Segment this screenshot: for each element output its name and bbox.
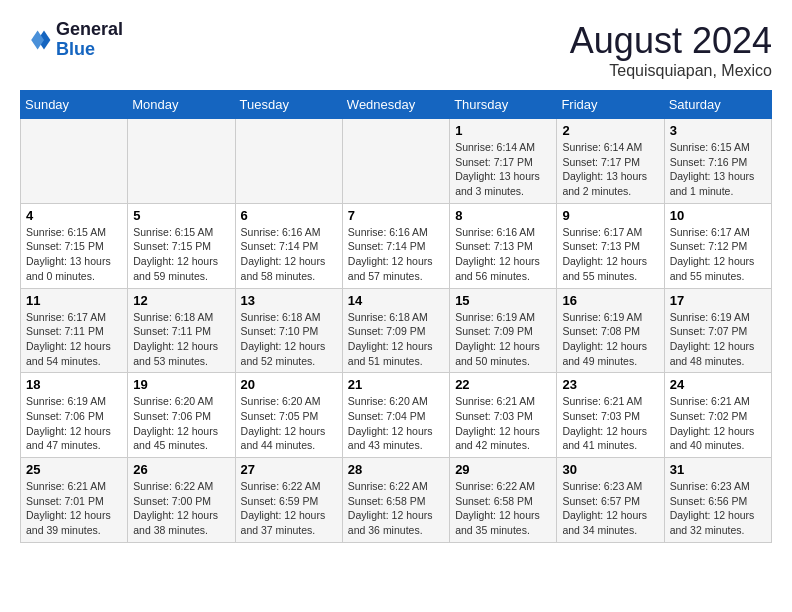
calendar-day-cell: 22Sunrise: 6:21 AM Sunset: 7:03 PM Dayli… (450, 373, 557, 458)
calendar-day-cell: 8Sunrise: 6:16 AM Sunset: 7:13 PM Daylig… (450, 203, 557, 288)
day-info: Sunrise: 6:21 AM Sunset: 7:01 PM Dayligh… (26, 479, 122, 538)
calendar-day-cell: 4Sunrise: 6:15 AM Sunset: 7:15 PM Daylig… (21, 203, 128, 288)
day-info: Sunrise: 6:21 AM Sunset: 7:03 PM Dayligh… (562, 394, 658, 453)
calendar-day-cell: 15Sunrise: 6:19 AM Sunset: 7:09 PM Dayli… (450, 288, 557, 373)
day-number: 23 (562, 377, 658, 392)
calendar-day-cell: 16Sunrise: 6:19 AM Sunset: 7:08 PM Dayli… (557, 288, 664, 373)
calendar-day-cell (21, 119, 128, 204)
day-number: 13 (241, 293, 337, 308)
weekday-header-cell: Monday (128, 91, 235, 119)
day-info: Sunrise: 6:15 AM Sunset: 7:16 PM Dayligh… (670, 140, 766, 199)
page-header: General Blue August 2024 Tequisquiapan, … (20, 20, 772, 80)
day-info: Sunrise: 6:20 AM Sunset: 7:06 PM Dayligh… (133, 394, 229, 453)
day-number: 1 (455, 123, 551, 138)
day-info: Sunrise: 6:22 AM Sunset: 6:58 PM Dayligh… (348, 479, 444, 538)
day-info: Sunrise: 6:17 AM Sunset: 7:13 PM Dayligh… (562, 225, 658, 284)
calendar-day-cell: 28Sunrise: 6:22 AM Sunset: 6:58 PM Dayli… (342, 458, 449, 543)
calendar-day-cell: 20Sunrise: 6:20 AM Sunset: 7:05 PM Dayli… (235, 373, 342, 458)
month-year: August 2024 (570, 20, 772, 62)
day-info: Sunrise: 6:19 AM Sunset: 7:08 PM Dayligh… (562, 310, 658, 369)
day-info: Sunrise: 6:18 AM Sunset: 7:09 PM Dayligh… (348, 310, 444, 369)
calendar-day-cell: 24Sunrise: 6:21 AM Sunset: 7:02 PM Dayli… (664, 373, 771, 458)
day-number: 4 (26, 208, 122, 223)
calendar-day-cell: 12Sunrise: 6:18 AM Sunset: 7:11 PM Dayli… (128, 288, 235, 373)
calendar-day-cell: 19Sunrise: 6:20 AM Sunset: 7:06 PM Dayli… (128, 373, 235, 458)
day-number: 18 (26, 377, 122, 392)
day-number: 22 (455, 377, 551, 392)
day-number: 24 (670, 377, 766, 392)
day-info: Sunrise: 6:19 AM Sunset: 7:06 PM Dayligh… (26, 394, 122, 453)
day-number: 31 (670, 462, 766, 477)
calendar-week-row: 11Sunrise: 6:17 AM Sunset: 7:11 PM Dayli… (21, 288, 772, 373)
calendar-week-row: 4Sunrise: 6:15 AM Sunset: 7:15 PM Daylig… (21, 203, 772, 288)
day-number: 30 (562, 462, 658, 477)
calendar-week-row: 25Sunrise: 6:21 AM Sunset: 7:01 PM Dayli… (21, 458, 772, 543)
weekday-header-cell: Saturday (664, 91, 771, 119)
day-info: Sunrise: 6:23 AM Sunset: 6:57 PM Dayligh… (562, 479, 658, 538)
day-info: Sunrise: 6:15 AM Sunset: 7:15 PM Dayligh… (133, 225, 229, 284)
day-number: 17 (670, 293, 766, 308)
day-number: 10 (670, 208, 766, 223)
day-number: 25 (26, 462, 122, 477)
calendar-day-cell: 25Sunrise: 6:21 AM Sunset: 7:01 PM Dayli… (21, 458, 128, 543)
day-number: 2 (562, 123, 658, 138)
day-number: 16 (562, 293, 658, 308)
calendar-day-cell: 6Sunrise: 6:16 AM Sunset: 7:14 PM Daylig… (235, 203, 342, 288)
day-number: 8 (455, 208, 551, 223)
day-info: Sunrise: 6:18 AM Sunset: 7:10 PM Dayligh… (241, 310, 337, 369)
day-info: Sunrise: 6:19 AM Sunset: 7:09 PM Dayligh… (455, 310, 551, 369)
logo-icon (20, 24, 52, 56)
weekday-header-cell: Wednesday (342, 91, 449, 119)
logo: General Blue (20, 20, 123, 60)
day-info: Sunrise: 6:22 AM Sunset: 7:00 PM Dayligh… (133, 479, 229, 538)
calendar-day-cell: 5Sunrise: 6:15 AM Sunset: 7:15 PM Daylig… (128, 203, 235, 288)
day-number: 29 (455, 462, 551, 477)
day-info: Sunrise: 6:14 AM Sunset: 7:17 PM Dayligh… (455, 140, 551, 199)
calendar-day-cell: 2Sunrise: 6:14 AM Sunset: 7:17 PM Daylig… (557, 119, 664, 204)
calendar-day-cell: 27Sunrise: 6:22 AM Sunset: 6:59 PM Dayli… (235, 458, 342, 543)
calendar-day-cell: 13Sunrise: 6:18 AM Sunset: 7:10 PM Dayli… (235, 288, 342, 373)
weekday-header-cell: Sunday (21, 91, 128, 119)
day-number: 28 (348, 462, 444, 477)
location: Tequisquiapan, Mexico (570, 62, 772, 80)
day-info: Sunrise: 6:20 AM Sunset: 7:05 PM Dayligh… (241, 394, 337, 453)
day-number: 19 (133, 377, 229, 392)
day-number: 3 (670, 123, 766, 138)
day-number: 6 (241, 208, 337, 223)
day-info: Sunrise: 6:16 AM Sunset: 7:13 PM Dayligh… (455, 225, 551, 284)
calendar-day-cell (235, 119, 342, 204)
day-info: Sunrise: 6:15 AM Sunset: 7:15 PM Dayligh… (26, 225, 122, 284)
weekday-header-cell: Thursday (450, 91, 557, 119)
calendar-week-row: 1Sunrise: 6:14 AM Sunset: 7:17 PM Daylig… (21, 119, 772, 204)
day-info: Sunrise: 6:14 AM Sunset: 7:17 PM Dayligh… (562, 140, 658, 199)
calendar-day-cell: 29Sunrise: 6:22 AM Sunset: 6:58 PM Dayli… (450, 458, 557, 543)
day-number: 7 (348, 208, 444, 223)
day-info: Sunrise: 6:17 AM Sunset: 7:11 PM Dayligh… (26, 310, 122, 369)
calendar-day-cell: 1Sunrise: 6:14 AM Sunset: 7:17 PM Daylig… (450, 119, 557, 204)
calendar-day-cell: 21Sunrise: 6:20 AM Sunset: 7:04 PM Dayli… (342, 373, 449, 458)
calendar-day-cell: 9Sunrise: 6:17 AM Sunset: 7:13 PM Daylig… (557, 203, 664, 288)
calendar-day-cell: 18Sunrise: 6:19 AM Sunset: 7:06 PM Dayli… (21, 373, 128, 458)
day-info: Sunrise: 6:16 AM Sunset: 7:14 PM Dayligh… (241, 225, 337, 284)
calendar-table: SundayMondayTuesdayWednesdayThursdayFrid… (20, 90, 772, 543)
day-info: Sunrise: 6:21 AM Sunset: 7:02 PM Dayligh… (670, 394, 766, 453)
logo-text: General Blue (56, 20, 123, 60)
calendar-body: 1Sunrise: 6:14 AM Sunset: 7:17 PM Daylig… (21, 119, 772, 543)
calendar-day-cell: 11Sunrise: 6:17 AM Sunset: 7:11 PM Dayli… (21, 288, 128, 373)
calendar-day-cell: 3Sunrise: 6:15 AM Sunset: 7:16 PM Daylig… (664, 119, 771, 204)
calendar-day-cell: 14Sunrise: 6:18 AM Sunset: 7:09 PM Dayli… (342, 288, 449, 373)
title-block: August 2024 Tequisquiapan, Mexico (570, 20, 772, 80)
calendar-day-cell: 26Sunrise: 6:22 AM Sunset: 7:00 PM Dayli… (128, 458, 235, 543)
day-number: 20 (241, 377, 337, 392)
day-number: 21 (348, 377, 444, 392)
day-info: Sunrise: 6:22 AM Sunset: 6:59 PM Dayligh… (241, 479, 337, 538)
weekday-header-row: SundayMondayTuesdayWednesdayThursdayFrid… (21, 91, 772, 119)
day-info: Sunrise: 6:21 AM Sunset: 7:03 PM Dayligh… (455, 394, 551, 453)
calendar-week-row: 18Sunrise: 6:19 AM Sunset: 7:06 PM Dayli… (21, 373, 772, 458)
day-info: Sunrise: 6:16 AM Sunset: 7:14 PM Dayligh… (348, 225, 444, 284)
day-number: 9 (562, 208, 658, 223)
day-info: Sunrise: 6:18 AM Sunset: 7:11 PM Dayligh… (133, 310, 229, 369)
calendar-day-cell (342, 119, 449, 204)
day-info: Sunrise: 6:19 AM Sunset: 7:07 PM Dayligh… (670, 310, 766, 369)
day-number: 27 (241, 462, 337, 477)
